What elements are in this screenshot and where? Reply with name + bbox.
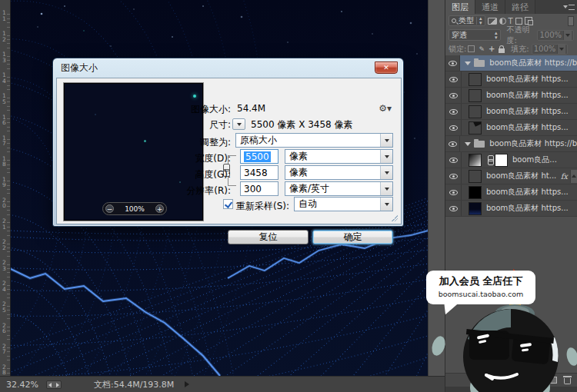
resolution-unit-combo[interactable]: 像素/英寸	[285, 181, 393, 196]
layer-name[interactable]: boom良品素材 https...	[486, 74, 569, 85]
filter-kind-combo[interactable]: 类型 ▴▾	[449, 15, 485, 26]
layer-name[interactable]: boom良品素材 https...	[486, 187, 569, 198]
layer-row[interactable]: boom良品素材 https...	[445, 201, 577, 217]
visibility-toggle[interactable]	[445, 120, 462, 135]
opacity-field[interactable]: 100%	[537, 30, 574, 41]
zoom-percentage[interactable]: 32.42%	[6, 380, 38, 390]
layer-thumbnail[interactable]	[469, 73, 482, 86]
blend-mode-combo[interactable]: 穿透 ▴▾	[449, 29, 501, 41]
zoom-out-button[interactable]: −	[105, 204, 114, 213]
ruler-tick	[7, 193, 10, 194]
reset-button[interactable]: 复位	[228, 230, 309, 244]
layer-row[interactable]: boom良品素材 ht...fx	[445, 168, 577, 184]
height-value: 3458	[244, 168, 268, 178]
ruler-number: 2 0	[2, 198, 10, 209]
dimensions-dropdown-icon[interactable]	[232, 118, 245, 130]
panel-menu-icon[interactable]	[562, 0, 577, 14]
ok-button[interactable]: 确定	[312, 230, 393, 244]
lock-paint-icon[interactable]: ✎	[479, 45, 485, 53]
ruler-tick	[7, 339, 10, 340]
new-group-icon[interactable]	[534, 377, 543, 384]
fit-to-combo[interactable]: 原稿大小	[235, 133, 393, 148]
scrub-zoom-icon[interactable]	[46, 380, 62, 389]
eye-icon	[449, 141, 457, 147]
tab-layers[interactable]: 图层	[445, 0, 475, 14]
visibility-toggle[interactable]	[445, 201, 462, 216]
dialog-close-button[interactable]: ✕	[375, 61, 398, 74]
visibility-toggle[interactable]	[445, 136, 460, 151]
status-flyout-arrow-icon[interactable]	[185, 381, 189, 387]
layer-row[interactable]: boom良品...	[445, 152, 577, 168]
visibility-toggle[interactable]	[445, 55, 460, 71]
visibility-toggle[interactable]	[445, 152, 462, 168]
layer-row[interactable]: boom良品素材 https://b...	[445, 136, 577, 152]
layer-row[interactable]: boom良品素材 https...	[445, 120, 577, 136]
filter-adjustment-icon[interactable]	[499, 18, 506, 25]
visibility-toggle[interactable]	[445, 184, 462, 200]
fill-field[interactable]: 100%	[532, 44, 569, 55]
layer-row[interactable]: boom良品素材 https...	[445, 184, 577, 201]
expand-triangle-icon[interactable]	[465, 142, 471, 146]
opacity-dropdown-icon[interactable]	[563, 31, 572, 40]
layer-name[interactable]: boom良品素材 https://b...	[489, 138, 577, 149]
visibility-toggle[interactable]	[445, 88, 462, 103]
layer-row[interactable]: boom良品素材 https...	[445, 88, 577, 104]
layer-thumbnail[interactable]	[469, 89, 482, 102]
layer-name[interactable]: boom良品素材 https...	[486, 122, 569, 133]
filter-smartobject-icon[interactable]	[525, 17, 532, 25]
layer-row[interactable]: boom良品素材 https://b...	[445, 55, 577, 71]
layer-row[interactable]: boom良品素材 https...	[445, 104, 577, 120]
lock-position-icon[interactable]: +	[489, 45, 495, 53]
resample-combo[interactable]: 自动	[294, 197, 393, 211]
layer-style-fx-icon[interactable]: fx	[490, 377, 498, 384]
ruler-number: 1 9	[2, 177, 10, 188]
layer-row[interactable]: boom良品素材 https...	[445, 71, 577, 88]
lock-transparency-icon[interactable]	[468, 45, 475, 52]
gear-icon[interactable]: ⚙▾	[379, 103, 392, 114]
layer-name[interactable]: boom良品素材 https...	[486, 90, 569, 101]
adjustment-layer-icon[interactable]	[520, 377, 527, 384]
mask-link-icon[interactable]	[488, 155, 493, 164]
visibility-toggle[interactable]	[445, 168, 462, 184]
layer-name[interactable]: boom良品素材 ht...	[486, 171, 556, 181]
link-layers-icon[interactable]	[474, 377, 483, 383]
layer-thumbnail[interactable]	[469, 186, 482, 199]
layer-thumbnail[interactable]	[469, 202, 482, 215]
ruler-number: 2 5	[2, 301, 10, 313]
ruler-tick	[7, 172, 10, 173]
layer-thumbnail[interactable]	[469, 154, 482, 167]
filter-toggle-switch[interactable]	[568, 16, 574, 26]
delete-layer-icon[interactable]	[564, 378, 571, 384]
layer-thumbnail[interactable]	[469, 105, 482, 118]
fx-collapse-icon[interactable]	[570, 170, 577, 183]
lock-all-icon[interactable]	[499, 48, 505, 53]
filter-shape-icon[interactable]	[515, 18, 522, 25]
tab-paths[interactable]: 路径	[505, 0, 535, 14]
layer-name[interactable]: boom良品素材 https...	[486, 203, 569, 214]
dialog-resize-grip[interactable]	[392, 215, 398, 221]
tab-channels[interactable]: 通道	[475, 0, 505, 14]
width-input[interactable]: 5500	[240, 149, 278, 164]
visibility-toggle[interactable]	[445, 104, 462, 119]
eye-icon	[449, 109, 458, 115]
height-unit-combo[interactable]: 像素	[285, 165, 393, 180]
width-unit-combo[interactable]: 像素	[285, 149, 393, 164]
resolution-input[interactable]: 300	[240, 181, 278, 196]
visibility-toggle[interactable]	[445, 71, 462, 87]
expand-triangle-icon[interactable]	[465, 61, 471, 65]
group-folder-icon	[474, 141, 485, 148]
height-input[interactable]: 3458	[240, 165, 278, 180]
fill-dropdown-icon[interactable]	[557, 45, 565, 54]
layer-name[interactable]: boom良品素材 https://b...	[489, 58, 577, 68]
layer-name[interactable]: boom良品...	[512, 154, 557, 165]
resample-checkbox[interactable]	[223, 199, 233, 209]
add-mask-icon[interactable]	[505, 377, 513, 384]
mask-thumbnail[interactable]	[495, 154, 508, 167]
ruler-tick	[7, 22, 10, 23]
zoom-in-button[interactable]: +	[155, 204, 164, 213]
layer-thumbnail[interactable]	[469, 121, 482, 135]
layer-thumbnail[interactable]	[469, 170, 482, 183]
new-layer-icon[interactable]	[550, 377, 557, 384]
layer-name[interactable]: boom良品素材 https...	[486, 106, 569, 117]
filter-image-icon[interactable]	[488, 18, 497, 25]
